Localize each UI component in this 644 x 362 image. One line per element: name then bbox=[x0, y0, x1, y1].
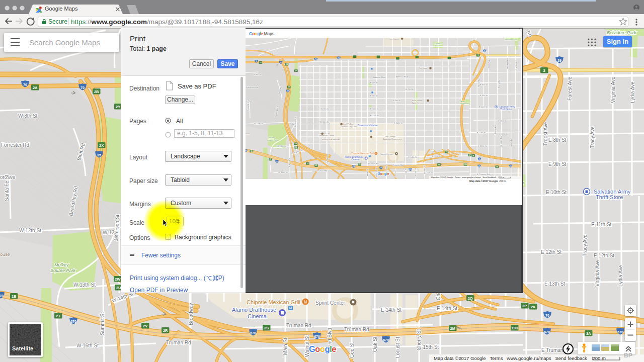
svg-text:https://www.google.com/maps/@3: https://www.google.com/maps/@39.1017188,… bbox=[71, 18, 263, 26]
svg-text:Google Maps: Google Maps bbox=[45, 6, 78, 12]
svg-text:Secure: Secure bbox=[48, 18, 67, 25]
svg-text:Google Maps: Google Maps bbox=[249, 31, 275, 36]
